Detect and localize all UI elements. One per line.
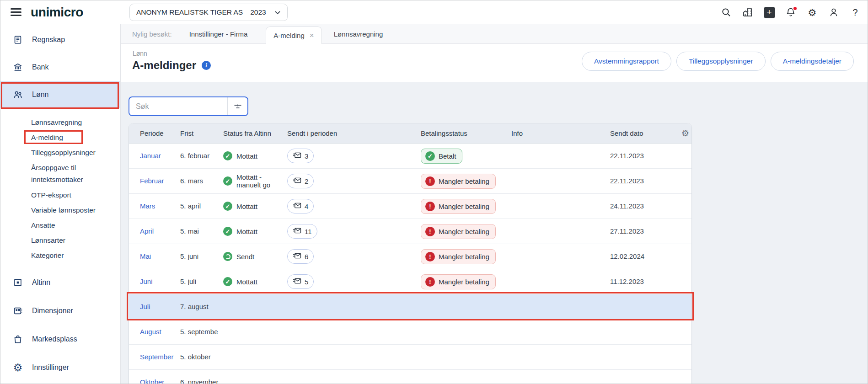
gear-icon: ⚙ [12, 362, 23, 373]
recent-label: Nylig besøkt: [132, 30, 172, 38]
help-icon[interactable]: ? [849, 6, 861, 18]
settings-icon[interactable]: ⚙ [806, 6, 818, 18]
payment-label: Betalt [439, 152, 456, 160]
topbar: unimicro ANONYM REALISTSK TIGER AS 2023 … [0, 0, 868, 24]
table-row: Mai5. juniSendt6!Mangler betaling12.02.2… [129, 244, 691, 269]
period-link[interactable]: Februar [140, 177, 164, 185]
ledger-icon [12, 34, 23, 45]
column-settings-gear-icon[interactable]: ⚙ [681, 128, 692, 139]
period-link[interactable]: Juli [140, 303, 150, 310]
column-header[interactable]: Status fra Altinn [223, 129, 287, 137]
company-selector[interactable]: ANONYM REALISTSK TIGER AS 2023 [129, 4, 288, 21]
sidebar-item-label: Regnskap [32, 36, 65, 44]
chevron-down-icon [274, 11, 281, 15]
check-icon: ✓ [223, 227, 232, 236]
envelope-icon [293, 177, 301, 186]
column-header[interactable]: Sendt i perioden [287, 129, 421, 137]
frist-value: 6. februar [180, 152, 209, 160]
column-header[interactable]: Info [511, 129, 610, 137]
period-link[interactable]: August [140, 328, 161, 336]
search-input[interactable] [129, 97, 227, 115]
payment-label: Mangler betaling [439, 228, 489, 235]
table-row: Januar6. februar✓Mottatt3✓Betalt22.11.20… [129, 144, 691, 169]
sidebar-item-dimensjoner[interactable]: Dimensjoner [0, 297, 120, 325]
sidebar-item-label: Bank [32, 63, 48, 71]
sidebar-subitem-kategorier[interactable]: Kategorier [31, 248, 104, 263]
sidebar-submenu: LønnsavregningA-meldingTilleggsopplysnin… [0, 115, 120, 263]
avstemmingsrapport-button[interactable]: Avstemmingsrapport [582, 52, 671, 71]
tilleggsopplysninger-button[interactable]: Tilleggsopplysninger [676, 52, 766, 71]
status-label: Sendt [236, 253, 254, 261]
table-row: April5. mai✓Mottatt11!Mangler betaling27… [129, 219, 691, 244]
period-link[interactable]: Mars [140, 202, 155, 210]
account-icon[interactable] [828, 6, 840, 18]
column-header[interactable]: Frist [180, 129, 223, 137]
sidebar-subitem-variable-l-nnsposter[interactable]: Variable lønnsposter [31, 203, 104, 218]
sidebar-subitem-otp-eksport[interactable]: OTP-eksport [31, 187, 104, 203]
sent-count: 3 [305, 152, 308, 160]
notification-badge [793, 6, 798, 11]
table-row: Juli7. august [129, 294, 691, 320]
sidebar-item-innstillinger[interactable]: ⚙ Innstillinger [0, 353, 120, 382]
payment-status-badge: !Mangler betaling [421, 224, 496, 239]
tab-innstillinger-firma[interactable]: Innstillinger - Firma [189, 30, 248, 38]
altinn-status: Sendt [223, 252, 287, 261]
sidebar-item-lonn[interactable]: Lønn [0, 81, 120, 108]
sidebar-subitem-ansatte[interactable]: Ansatte [31, 218, 104, 233]
column-header[interactable]: Periode [140, 129, 180, 137]
column-header[interactable]: Sendt dato [610, 129, 681, 137]
sidebar-item-markedsplass[interactable]: Markedsplass [0, 325, 120, 353]
sent-in-period-pill[interactable]: 11 [287, 224, 317, 239]
frist-value: 5. juli [180, 277, 196, 285]
period-link[interactable]: April [140, 227, 154, 235]
sent-in-period-pill[interactable]: 6 [287, 249, 314, 264]
tab-amelding[interactable]: A-melding × [266, 27, 321, 44]
sidebar-subitem-a-melding[interactable]: A-melding [31, 130, 104, 145]
period-link[interactable]: Januar [140, 152, 161, 160]
sent-date: 12.02.2024 [610, 252, 644, 260]
table-row: Juni5. juli✓Mottatt5!Mangler betaling11.… [129, 269, 691, 294]
payment-label: Mangler betaling [439, 177, 489, 185]
period-link[interactable]: September [140, 353, 173, 361]
sidebar-item-bank[interactable]: Bank [0, 53, 120, 81]
sent-in-period-pill[interactable]: 2 [287, 174, 314, 188]
warning-icon: ! [425, 277, 435, 287]
sidebar-subitem-tilleggsopplysninger[interactable]: Tilleggsopplysninger [31, 145, 104, 160]
ameldingsdetaljer-button[interactable]: A-meldingsdetaljer [771, 52, 854, 71]
sidebar-item-label: Lønn [32, 91, 48, 99]
sidebar: Regnskap Bank Lønn LønnsavregningA-meldi… [0, 24, 121, 384]
table-row: August5. septembe [129, 320, 691, 345]
check-icon: ✓ [425, 151, 435, 161]
sidebar-item-regnskap[interactable]: Regnskap [0, 26, 120, 53]
sent-date: 22.11.2023 [610, 152, 644, 160]
period-link[interactable]: Juni [140, 277, 153, 285]
sidebar-subitem-l-nnsavregning[interactable]: Lønnsavregning [31, 115, 104, 130]
sidebar-subitem--rsoppgave-til-inntektsmottaker[interactable]: Årsoppgave til inntektsmottaker [31, 160, 104, 187]
frist-value: 7. august [180, 303, 209, 310]
close-icon[interactable]: × [310, 32, 314, 39]
payment-status-badge: ✓Betalt [421, 149, 462, 164]
sidebar-item-altinn[interactable]: Altinn [0, 268, 120, 297]
payment-status-badge: !Mangler betaling [421, 249, 496, 264]
column-header[interactable]: Betalingsstatus [421, 129, 511, 137]
menu-icon[interactable] [11, 8, 21, 16]
company-icon[interactable] [742, 6, 754, 18]
info-icon[interactable]: i [202, 61, 211, 70]
sidebar-subitem-l-nnsarter[interactable]: Lønnsarter [31, 233, 104, 248]
filter-icon[interactable] [227, 97, 247, 115]
sent-in-period-pill[interactable]: 4 [287, 199, 314, 213]
header-actions: Avstemmingsrapport Tilleggsopplysninger … [582, 52, 854, 71]
tab-lonnsavregning[interactable]: Lønnsavregning [334, 30, 383, 38]
sent-in-period-pill[interactable]: 5 [287, 274, 314, 289]
period-link[interactable]: Mai [140, 252, 151, 260]
sent-count: 11 [305, 228, 312, 235]
notifications-icon[interactable] [785, 6, 797, 18]
payment-label: Mangler betaling [439, 253, 489, 261]
sent-in-period-pill[interactable]: 3 [287, 149, 314, 163]
add-icon[interactable]: + [763, 6, 775, 18]
payment-status-badge: !Mangler betaling [421, 199, 496, 214]
company-year: 2023 [250, 8, 266, 16]
period-link[interactable]: Oktober [140, 378, 164, 384]
search-icon[interactable] [720, 6, 732, 18]
altinn-status: ✓Mottatt - manuelt go [223, 173, 287, 189]
